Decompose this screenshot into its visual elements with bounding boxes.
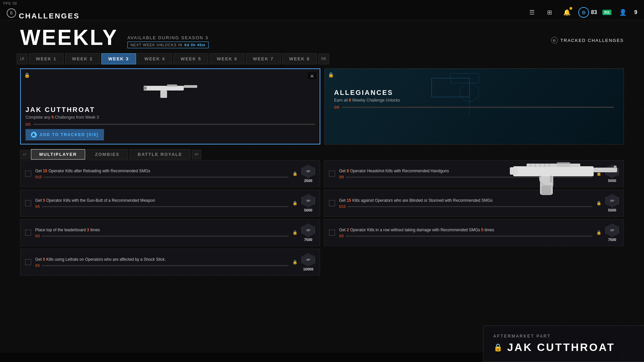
ch-progress-bar: [44, 177, 288, 178]
aftermarket-panel: AFTERMARKET PART 🔒 JAK CUTTHROAT: [483, 325, 644, 362]
week-tab-1[interactable]: WEEK 1: [29, 53, 64, 64]
season-text: AVAILABLE DURING SEASON 3: [127, 35, 209, 40]
challenge-item[interactable]: Get 15 Operator Kills after Reloading wi…: [20, 160, 320, 187]
aftermarket-weapon-name: JAK CUTTHROAT: [507, 341, 615, 354]
week-tab-7[interactable]: WEEK 7: [246, 53, 281, 64]
panel-badge: ⚔: [308, 72, 316, 79]
player-icon[interactable]: 👤: [617, 6, 629, 18]
svg-rect-2: [184, 85, 197, 88]
challenge-checkbox[interactable]: [329, 200, 335, 206]
challenge-xp: XP 7500: [302, 224, 315, 242]
challenge-desc: Get 5 Kills using Lethals on Operators w…: [35, 257, 288, 262]
mode-nav-left[interactable]: LT: [20, 150, 30, 159]
season-info: AVAILABLE DURING SEASON 3 NEXT WEEK UNLO…: [127, 35, 209, 48]
week-tab-6[interactable]: WEEK 6: [210, 53, 245, 64]
aftermarket-lock-icon: 🔒: [493, 343, 504, 352]
svg-rect-18: [535, 164, 536, 167]
svg-rect-19: [539, 164, 540, 167]
currency-display: ⊙ 83: [578, 7, 597, 18]
add-tracked-label: ADD TO TRACKED [0/5]: [40, 132, 99, 137]
challenge-item[interactable]: Get 5 Operator Kills with the Gun-Butt o…: [20, 190, 320, 217]
ch-progress-val: 0/5: [35, 205, 40, 208]
panel-lock-icon: 🔒: [24, 72, 30, 78]
week-nav-left[interactable]: LB: [17, 54, 28, 64]
challenge-checkbox[interactable]: [329, 171, 335, 177]
challenge-info: Get 5 Kills using Lethals on Operators w…: [35, 257, 288, 267]
xp-amount: 7500: [304, 238, 312, 242]
back-button[interactable]: B CHALLENGES: [7, 6, 80, 20]
challenge-lock-icon: 🔒: [292, 260, 298, 264]
allegiances-content: ALLEGIANCES Earn all 8 Weekly Challenge …: [325, 84, 624, 117]
ch-progress-val: 0/5: [339, 234, 344, 238]
allegiances-lock-icon: 🔒: [328, 72, 624, 77]
content-layout: 🔒 ⚔ JAK CUTTHRO: [0, 68, 644, 276]
ch-progress-bar: [42, 236, 288, 237]
jak-weapon-preview: [140, 76, 201, 103]
svg-rect-15: [541, 186, 551, 195]
challenge-item[interactable]: Place top of the leaderboard 3 times 0/3…: [20, 219, 320, 246]
weapon-preview: [483, 20, 644, 325]
challenge-progress-row: 0/3: [35, 234, 288, 238]
challenge-checkbox[interactable]: [25, 200, 31, 206]
challenge-checkbox[interactable]: [25, 230, 31, 236]
svg-rect-11: [594, 168, 617, 172]
week-tab-3[interactable]: WEEK 3: [101, 53, 136, 64]
mode-nav-right[interactable]: RT: [192, 150, 201, 159]
svg-rect-22: [510, 167, 518, 175]
week-tab-5[interactable]: WEEK 5: [173, 53, 208, 64]
xp-amount: 5000: [304, 208, 312, 212]
xp-badge-icon: XP: [302, 253, 315, 266]
challenge-info: Get 15 Operator Kills after Reloading wi…: [35, 168, 288, 179]
topbar: FPS: 59 B CHALLENGES ☰ ⊞ 🔔 ⊙ 83 RS 👤 9: [0, 0, 644, 20]
challenge-desc: Place top of the leaderboard 3 times: [35, 227, 288, 233]
challenge-checkbox[interactable]: [329, 230, 335, 236]
challenge-lock-icon: 🔒: [292, 230, 298, 235]
challenge-progress-row: 0/15: [35, 175, 288, 179]
ch-progress-val: 0/5: [35, 264, 40, 267]
jak-cutthroat-panel[interactable]: 🔒 ⚔ JAK CUTTHRO: [20, 68, 320, 144]
ch-progress-val: 0/15: [35, 175, 42, 179]
svg-rect-12: [614, 166, 616, 168]
svg-rect-10: [513, 166, 594, 176]
challenge-checkbox[interactable]: [25, 259, 31, 265]
mode-tab-battle-royale[interactable]: BATTLE ROYALE: [129, 149, 191, 160]
svg-rect-1: [160, 90, 167, 98]
grid-icon[interactable]: ⊞: [543, 6, 555, 18]
challenge-checkbox[interactable]: [25, 171, 31, 177]
week-tab-4[interactable]: WEEK 4: [138, 53, 172, 64]
ch-progress-val: 0/15: [339, 205, 345, 208]
week-tab-8[interactable]: WEEK 8: [282, 53, 317, 64]
challenge-lock-icon: 🔒: [292, 171, 298, 176]
back-circle-icon: B: [7, 8, 16, 18]
currency-value: 83: [591, 9, 597, 15]
mode-tab-zombies[interactable]: ZOMBIES: [87, 149, 128, 160]
week-tab-2[interactable]: WEEK 2: [65, 53, 100, 64]
allegiances-name: ALLEGIANCES: [329, 89, 619, 97]
weekly-header-left: WEEKLY AVAILABLE DURING SEASON 3 NEXT WE…: [20, 27, 209, 48]
currency-icon: ⊙: [578, 7, 589, 18]
ch-progress-bar: [42, 265, 288, 266]
right-panel: AFTERMARKET PART 🔒 JAK CUTTHROAT: [483, 20, 644, 362]
unlock-badge: NEXT WEEK UNLOCKS IN 6d 0h 46m: [127, 42, 209, 48]
allegiances-desc: Earn all 8 Weekly Challenge Unlocks: [329, 97, 619, 104]
weapon-large-svg: [506, 139, 621, 206]
add-tracked-button[interactable]: A ADD TO TRACKED [0/5]: [25, 129, 104, 140]
menu-icon[interactable]: ☰: [526, 6, 538, 18]
svg-rect-21: [549, 164, 550, 167]
mode-tab-multiplayer[interactable]: MULTIPLAYER: [31, 149, 85, 160]
week-nav-right[interactable]: RB: [318, 54, 329, 64]
challenge-progress-row: 0/5: [35, 205, 288, 208]
page-title: CHALLENGES: [19, 12, 80, 20]
notification-icon[interactable]: 🔔: [561, 6, 573, 18]
weekly-label: WEEKLY: [20, 27, 118, 48]
topbar-right: ☰ ⊞ 🔔 ⊙ 83 RS 👤 9: [526, 6, 637, 18]
allegiances-progress-row: 0/8: [329, 104, 619, 112]
challenges-left-col: Get 15 Operator Kills after Reloading wi…: [20, 160, 320, 276]
aftermarket-label: AFTERMARKET PART: [493, 334, 634, 339]
challenge-lock-icon: 🔒: [292, 201, 298, 205]
jak-progress-bar: [33, 124, 315, 125]
challenge-xp: XP 2500: [302, 165, 315, 183]
allegiances-progress-bar: [342, 107, 614, 108]
rs-badge: RS: [602, 10, 611, 15]
challenge-item[interactable]: Get 5 Kills using Lethals on Operators w…: [20, 249, 320, 276]
